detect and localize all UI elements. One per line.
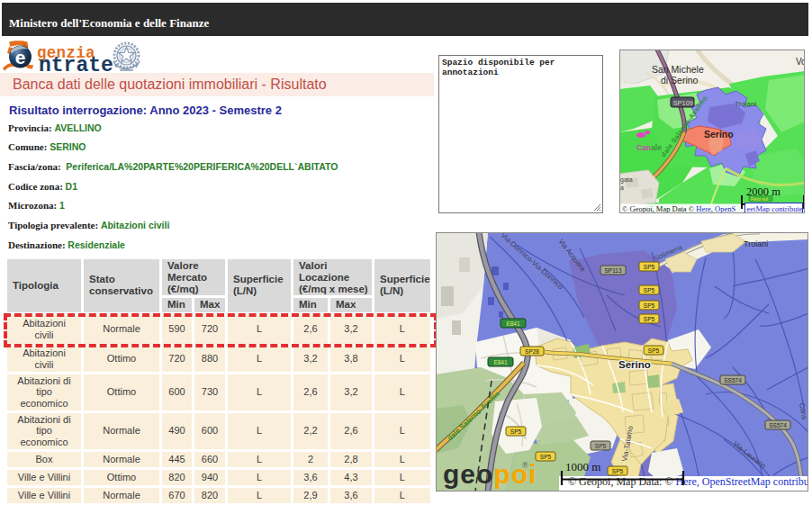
svg-text:Vo: Vo xyxy=(796,57,805,67)
svg-text:Favo sul: Favo sul xyxy=(751,196,768,202)
svg-text:eetMap contribute: eetMap contribute xyxy=(747,204,803,213)
svg-text:Canale: Canale xyxy=(636,143,662,152)
svg-text:© Geopoi, Map Data: © Here, Op: © Geopoi, Map Data: © Here, OpenStreetMa… xyxy=(568,475,808,488)
svg-text:SS574: SS574 xyxy=(724,377,742,383)
svg-text:SP5: SP5 xyxy=(644,264,655,270)
svg-text:SP5: SP5 xyxy=(510,428,522,435)
svg-text:SP113: SP113 xyxy=(604,267,621,274)
svg-text:SS574: SS574 xyxy=(769,422,787,428)
svg-text:Serino: Serino xyxy=(618,359,651,370)
svg-text:di Serino: di Serino xyxy=(661,75,699,86)
svg-text:© Geopoi, Map Data © Here, Op: © Geopoi, Map Data © Here, OpenS xyxy=(622,204,736,213)
svg-text:SP5: SP5 xyxy=(644,287,655,293)
svg-text:E841: E841 xyxy=(506,320,520,327)
svg-text:Serino: Serino xyxy=(704,129,734,140)
svg-text:SP5: SP5 xyxy=(648,347,660,354)
svg-text:SP5: SP5 xyxy=(595,443,607,449)
svg-text:San Michele: San Michele xyxy=(652,64,704,75)
svg-text:Troiani: Troiani xyxy=(744,239,768,248)
svg-text:1000 m: 1000 m xyxy=(565,460,600,473)
svg-text:SP5: SP5 xyxy=(644,302,655,309)
svg-text:®: ® xyxy=(522,461,528,470)
svg-text:E841: E841 xyxy=(493,359,508,365)
svg-text:SP28: SP28 xyxy=(525,348,539,355)
svg-text:a: a xyxy=(620,185,624,191)
svg-text:gata: gata xyxy=(620,176,633,184)
svg-text:SP5: SP5 xyxy=(540,454,552,460)
svg-text:Troiani: Troiani xyxy=(735,100,756,108)
svg-text:e: e xyxy=(15,47,26,68)
svg-text:SP5: SP5 xyxy=(644,316,655,322)
svg-text:ntrate: ntrate xyxy=(39,54,113,74)
svg-text:SP109: SP109 xyxy=(673,99,694,107)
svg-text:SP5: SP5 xyxy=(612,468,624,474)
